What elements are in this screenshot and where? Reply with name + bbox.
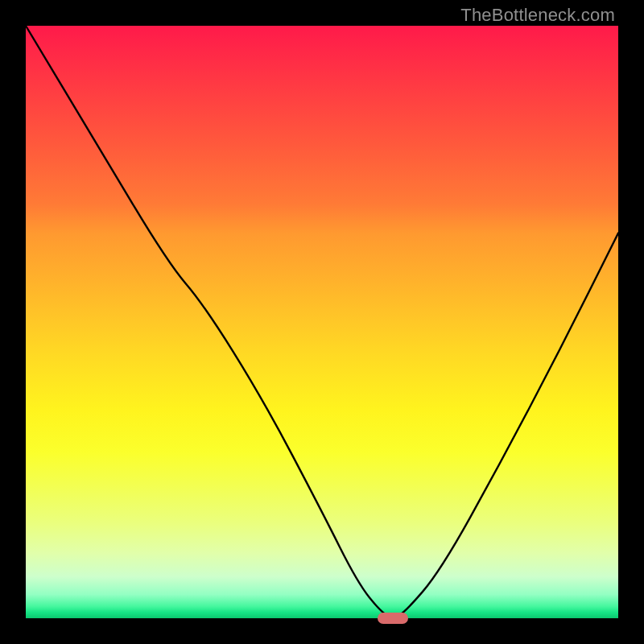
chart-overlay: [26, 26, 618, 618]
watermark-text: TheBottleneck.com: [460, 5, 615, 26]
bottleneck-curve: [26, 26, 618, 617]
optimum-marker: [378, 613, 408, 624]
